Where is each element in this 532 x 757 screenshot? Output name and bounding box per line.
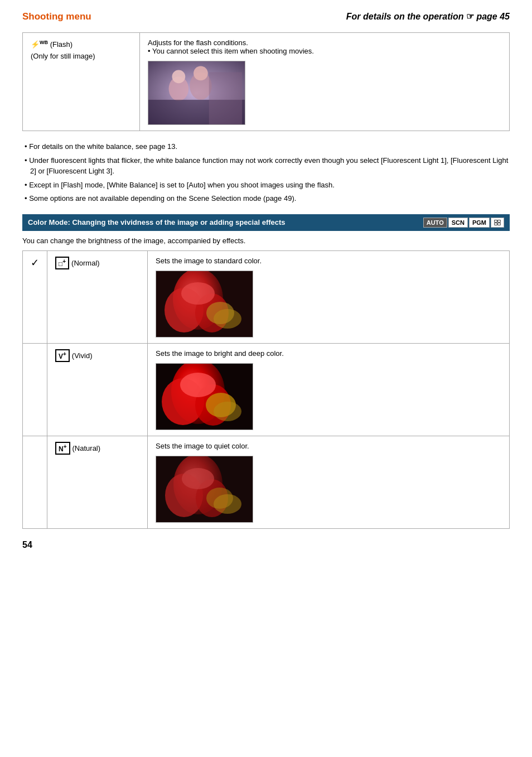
natural-icon-box: N+ [55, 442, 70, 455]
normal-row: ✓ □+ (Normal) Sets the image to standard… [23, 250, 510, 343]
cursor-icon: ☞ [466, 12, 476, 21]
svg-point-24 [206, 393, 236, 417]
normal-check-cell: ✓ [23, 250, 47, 343]
flash-desc-line2: • You cannot select this item when shoot… [148, 47, 501, 55]
svg-point-15 [181, 282, 215, 305]
svg-point-17 [206, 302, 234, 324]
page-header: Shooting menu For details on the operati… [22, 11, 510, 22]
normal-photo [156, 271, 253, 337]
normal-label: (Normal) [71, 259, 100, 267]
color-mode-intro: You can change the brightness of the ima… [22, 237, 510, 245]
note-2: Under fluorescent lights that flicker, t… [22, 155, 510, 177]
vivid-desc-cell: Sets the image to bright and deep color. [148, 343, 510, 436]
normal-icon-box: □+ [55, 257, 69, 269]
page-number: 54 [22, 540, 510, 550]
operation-ref: For details on the operation ☞ page 45 [346, 11, 510, 22]
natural-desc-cell: Sets the image to quiet color. [148, 436, 510, 528]
svg-point-2 [172, 70, 186, 83]
normal-desc-cell: Sets the image to standard color. [148, 250, 510, 343]
flash-text: (Flash) [50, 40, 72, 49]
natural-check-cell [23, 436, 47, 528]
natural-photo-container [156, 456, 501, 523]
badge-scn: SCN [448, 218, 468, 228]
flash-icon-label: ⚡WB (Flash) (Only for still image) [31, 38, 132, 62]
svg-rect-7 [495, 220, 497, 222]
normal-desc: Sets the image to standard color. [156, 257, 501, 265]
natural-row: N+ (Natural) Sets the image to quiet col… [23, 436, 510, 528]
natural-label: (Natural) [72, 444, 101, 452]
natural-icon-cell: N+ (Natural) [47, 436, 148, 528]
flash-symbol: ⚡WB [31, 40, 48, 49]
badge-auto: AUTO [423, 218, 447, 228]
badge-grid [491, 218, 504, 228]
flash-photo-svg [148, 61, 245, 125]
svg-rect-8 [498, 220, 501, 222]
flash-table: ⚡WB (Flash) (Only for still image) Adjus… [22, 32, 510, 131]
vivid-desc: Sets the image to bright and deep color. [156, 349, 501, 358]
vivid-photo [156, 363, 253, 430]
natural-mode-icon: N+ (Natural) [55, 442, 139, 455]
badge-pgm: PGM [469, 218, 490, 228]
flash-label-cell: ⚡WB (Flash) (Only for still image) [23, 33, 140, 131]
note-3: Except in [Flash] mode, [White Balance] … [22, 180, 510, 191]
vivid-label: (Vivid) [72, 351, 93, 360]
color-mode-title: Color Mode: Changing the vividness of th… [28, 218, 286, 226]
svg-rect-9 [495, 223, 497, 225]
vivid-check-cell [23, 343, 47, 436]
color-mode-header: Color Mode: Changing the vividness of th… [22, 214, 510, 231]
note-4: Some options are not available depending… [22, 193, 510, 204]
flash-desc-cell: Adjusts for the flash conditions. • You … [140, 33, 510, 131]
flash-photo [148, 61, 245, 125]
svg-rect-10 [498, 223, 501, 225]
vivid-icon-box: V+ [55, 349, 70, 362]
color-mode-table: ✓ □+ (Normal) Sets the image to standard… [22, 250, 510, 529]
svg-point-4 [194, 66, 208, 81]
svg-point-22 [180, 373, 216, 397]
normal-icon-cell: □+ (Normal) [47, 250, 148, 343]
checkmark-icon: ✓ [31, 257, 39, 268]
note-1: For details on the white balance, see pa… [22, 141, 510, 152]
normal-photo-container [156, 271, 501, 337]
natural-photo [156, 456, 253, 523]
normal-mode-icon: □+ (Normal) [55, 257, 139, 269]
vivid-mode-icon: V+ (Vivid) [55, 349, 139, 362]
flash-desc-line1: Adjusts for the flash conditions. [148, 38, 501, 47]
svg-point-29 [182, 468, 214, 489]
mode-badges: AUTO SCN PGM [423, 218, 504, 228]
svg-rect-6 [209, 72, 242, 124]
flash-subtext: (Only for still image) [31, 52, 95, 60]
notes-section: For details on the white balance, see pa… [22, 141, 510, 204]
vivid-photo-container [156, 363, 501, 430]
natural-desc: Sets the image to quiet color. [156, 442, 501, 450]
svg-point-31 [206, 488, 233, 509]
shooting-menu-title: Shooting menu [22, 11, 91, 22]
flash-row: ⚡WB (Flash) (Only for still image) Adjus… [23, 33, 510, 131]
vivid-row: V+ (Vivid) Sets the image to bright and … [23, 343, 510, 436]
vivid-icon-cell: V+ (Vivid) [47, 343, 148, 436]
flash-photo-container [148, 61, 501, 125]
